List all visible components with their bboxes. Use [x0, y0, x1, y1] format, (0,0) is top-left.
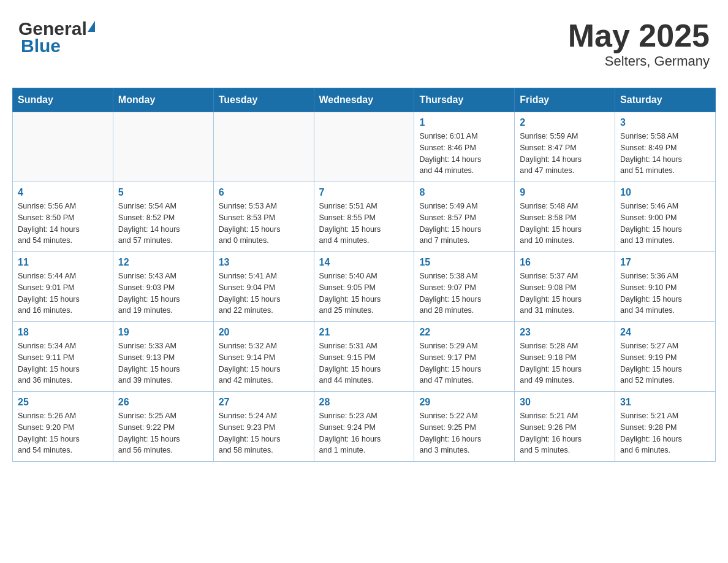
- day-number: 20: [219, 327, 309, 338]
- calendar-cell: [13, 112, 113, 182]
- day-info: Sunrise: 5:37 AM Sunset: 9:08 PM Dayligh…: [520, 270, 610, 316]
- day-info: Sunrise: 5:58 AM Sunset: 8:49 PM Dayligh…: [620, 131, 710, 177]
- day-number: 31: [620, 397, 710, 408]
- calendar-cell: 9Sunrise: 5:48 AM Sunset: 8:58 PM Daylig…: [515, 182, 615, 252]
- day-info: Sunrise: 5:33 AM Sunset: 9:13 PM Dayligh…: [118, 340, 208, 386]
- day-number: 16: [520, 257, 610, 268]
- day-header-monday: Monday: [113, 88, 213, 112]
- calendar-cell: 7Sunrise: 5:51 AM Sunset: 8:55 PM Daylig…: [314, 182, 414, 252]
- logo-blue-text: Blue: [18, 36, 61, 56]
- day-info: Sunrise: 5:22 AM Sunset: 9:25 PM Dayligh…: [419, 410, 509, 456]
- day-header-friday: Friday: [515, 88, 615, 112]
- day-info: Sunrise: 5:49 AM Sunset: 8:57 PM Dayligh…: [419, 201, 509, 247]
- calendar-cell: 5Sunrise: 5:54 AM Sunset: 8:52 PM Daylig…: [113, 182, 213, 252]
- logo: General Blue: [18, 18, 95, 56]
- day-info: Sunrise: 5:56 AM Sunset: 8:50 PM Dayligh…: [18, 201, 108, 247]
- calendar-cell: 14Sunrise: 5:40 AM Sunset: 9:05 PM Dayli…: [314, 252, 414, 322]
- day-number: 3: [620, 117, 710, 128]
- calendar-title: May 2025: [568, 18, 710, 53]
- calendar-cell: 29Sunrise: 5:22 AM Sunset: 9:25 PM Dayli…: [414, 392, 515, 462]
- day-number: 25: [18, 397, 108, 408]
- calendar-cell: 21Sunrise: 5:31 AM Sunset: 9:15 PM Dayli…: [314, 322, 414, 392]
- calendar-cell: 20Sunrise: 5:32 AM Sunset: 9:14 PM Dayli…: [213, 322, 314, 392]
- calendar-week-3: 11Sunrise: 5:44 AM Sunset: 9:01 PM Dayli…: [13, 252, 716, 322]
- day-info: Sunrise: 6:01 AM Sunset: 8:46 PM Dayligh…: [419, 131, 509, 177]
- calendar-cell: 16Sunrise: 5:37 AM Sunset: 9:08 PM Dayli…: [515, 252, 615, 322]
- day-info: Sunrise: 5:24 AM Sunset: 9:23 PM Dayligh…: [219, 410, 309, 456]
- calendar-table: SundayMondayTuesdayWednesdayThursdayFrid…: [12, 88, 716, 462]
- day-info: Sunrise: 5:27 AM Sunset: 9:19 PM Dayligh…: [620, 340, 710, 386]
- calendar-week-1: 1Sunrise: 6:01 AM Sunset: 8:46 PM Daylig…: [13, 112, 716, 182]
- day-info: Sunrise: 5:21 AM Sunset: 9:26 PM Dayligh…: [520, 410, 610, 456]
- day-info: Sunrise: 5:54 AM Sunset: 8:52 PM Dayligh…: [118, 201, 208, 247]
- day-header-thursday: Thursday: [414, 88, 515, 112]
- day-number: 8: [419, 187, 509, 198]
- day-info: Sunrise: 5:40 AM Sunset: 9:05 PM Dayligh…: [319, 270, 409, 316]
- calendar-cell: 12Sunrise: 5:43 AM Sunset: 9:03 PM Dayli…: [113, 252, 213, 322]
- day-info: Sunrise: 5:51 AM Sunset: 8:55 PM Dayligh…: [319, 201, 409, 247]
- day-number: 17: [620, 257, 710, 268]
- calendar-cell: 28Sunrise: 5:23 AM Sunset: 9:24 PM Dayli…: [314, 392, 414, 462]
- calendar-cell: 11Sunrise: 5:44 AM Sunset: 9:01 PM Dayli…: [13, 252, 113, 322]
- day-number: 13: [219, 257, 309, 268]
- day-info: Sunrise: 5:53 AM Sunset: 8:53 PM Dayligh…: [219, 201, 309, 247]
- day-number: 30: [520, 397, 610, 408]
- calendar-cell: 8Sunrise: 5:49 AM Sunset: 8:57 PM Daylig…: [414, 182, 515, 252]
- calendar-cell: 26Sunrise: 5:25 AM Sunset: 9:22 PM Dayli…: [113, 392, 213, 462]
- calendar-header: SundayMondayTuesdayWednesdayThursdayFrid…: [13, 88, 716, 112]
- day-info: Sunrise: 5:36 AM Sunset: 9:10 PM Dayligh…: [620, 270, 710, 316]
- calendar-cell: 23Sunrise: 5:28 AM Sunset: 9:18 PM Dayli…: [515, 322, 615, 392]
- calendar-cell: 24Sunrise: 5:27 AM Sunset: 9:19 PM Dayli…: [615, 322, 716, 392]
- day-number: 7: [319, 187, 409, 198]
- calendar-cell: 6Sunrise: 5:53 AM Sunset: 8:53 PM Daylig…: [213, 182, 314, 252]
- calendar-cell: 27Sunrise: 5:24 AM Sunset: 9:23 PM Dayli…: [213, 392, 314, 462]
- day-number: 18: [18, 327, 108, 338]
- day-info: Sunrise: 5:23 AM Sunset: 9:24 PM Dayligh…: [319, 410, 409, 456]
- calendar-week-5: 25Sunrise: 5:26 AM Sunset: 9:20 PM Dayli…: [13, 392, 716, 462]
- day-header-tuesday: Tuesday: [213, 88, 314, 112]
- day-number: 23: [520, 327, 610, 338]
- calendar-cell: 30Sunrise: 5:21 AM Sunset: 9:26 PM Dayli…: [515, 392, 615, 462]
- day-number: 5: [118, 187, 208, 198]
- header-row: SundayMondayTuesdayWednesdayThursdayFrid…: [13, 88, 716, 112]
- day-number: 22: [419, 327, 509, 338]
- calendar-cell: 3Sunrise: 5:58 AM Sunset: 8:49 PM Daylig…: [615, 112, 716, 182]
- day-number: 21: [319, 327, 409, 338]
- calendar-cell: 4Sunrise: 5:56 AM Sunset: 8:50 PM Daylig…: [13, 182, 113, 252]
- day-header-saturday: Saturday: [615, 88, 716, 112]
- day-info: Sunrise: 5:26 AM Sunset: 9:20 PM Dayligh…: [18, 410, 108, 456]
- day-info: Sunrise: 5:41 AM Sunset: 9:04 PM Dayligh…: [219, 270, 309, 316]
- day-number: 2: [520, 117, 610, 128]
- day-info: Sunrise: 5:43 AM Sunset: 9:03 PM Dayligh…: [118, 270, 208, 316]
- day-number: 11: [18, 257, 108, 268]
- calendar-cell: 1Sunrise: 6:01 AM Sunset: 8:46 PM Daylig…: [414, 112, 515, 182]
- day-number: 10: [620, 187, 710, 198]
- day-info: Sunrise: 5:28 AM Sunset: 9:18 PM Dayligh…: [520, 340, 610, 386]
- page-header: General Blue May 2025 Selters, Germany: [12, 12, 716, 75]
- day-number: 26: [118, 397, 208, 408]
- day-info: Sunrise: 5:29 AM Sunset: 9:17 PM Dayligh…: [419, 340, 509, 386]
- calendar-week-4: 18Sunrise: 5:34 AM Sunset: 9:11 PM Dayli…: [13, 322, 716, 392]
- calendar-cell: 18Sunrise: 5:34 AM Sunset: 9:11 PM Dayli…: [13, 322, 113, 392]
- logo-arrow-icon: [88, 21, 95, 32]
- calendar-cell: 31Sunrise: 5:21 AM Sunset: 9:28 PM Dayli…: [615, 392, 716, 462]
- day-number: 24: [620, 327, 710, 338]
- calendar-cell: 22Sunrise: 5:29 AM Sunset: 9:17 PM Dayli…: [414, 322, 515, 392]
- calendar-body: 1Sunrise: 6:01 AM Sunset: 8:46 PM Daylig…: [13, 112, 716, 462]
- calendar-cell: 25Sunrise: 5:26 AM Sunset: 9:20 PM Dayli…: [13, 392, 113, 462]
- calendar-cell: 15Sunrise: 5:38 AM Sunset: 9:07 PM Dayli…: [414, 252, 515, 322]
- day-info: Sunrise: 5:21 AM Sunset: 9:28 PM Dayligh…: [620, 410, 710, 456]
- day-number: 19: [118, 327, 208, 338]
- day-number: 6: [219, 187, 309, 198]
- day-info: Sunrise: 5:46 AM Sunset: 9:00 PM Dayligh…: [620, 201, 710, 247]
- calendar-cell: 17Sunrise: 5:36 AM Sunset: 9:10 PM Dayli…: [615, 252, 716, 322]
- calendar-cell: 2Sunrise: 5:59 AM Sunset: 8:47 PM Daylig…: [515, 112, 615, 182]
- day-info: Sunrise: 5:38 AM Sunset: 9:07 PM Dayligh…: [419, 270, 509, 316]
- day-info: Sunrise: 5:25 AM Sunset: 9:22 PM Dayligh…: [118, 410, 208, 456]
- day-number: 1: [419, 117, 509, 128]
- title-area: May 2025 Selters, Germany: [568, 18, 710, 69]
- day-header-wednesday: Wednesday: [314, 88, 414, 112]
- day-info: Sunrise: 5:48 AM Sunset: 8:58 PM Dayligh…: [520, 201, 610, 247]
- day-number: 9: [520, 187, 610, 198]
- day-number: 29: [419, 397, 509, 408]
